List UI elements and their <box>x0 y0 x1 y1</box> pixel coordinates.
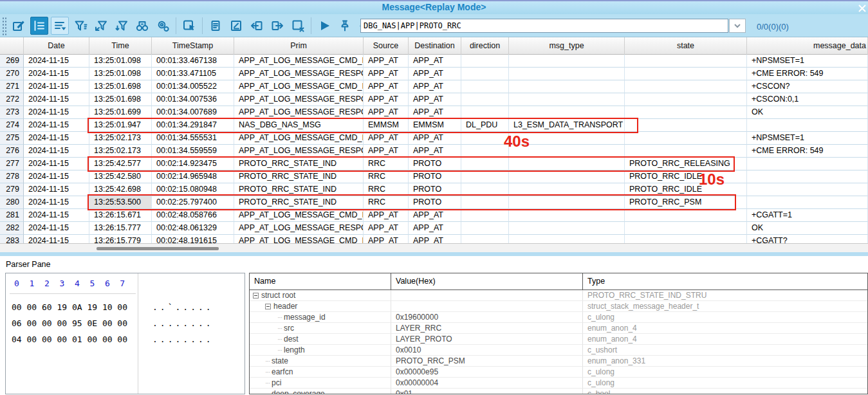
grid-cell <box>625 209 747 222</box>
table-row[interactable]: 2752024-11-1513:25:02.17300:01:34.555531… <box>0 132 868 145</box>
collapse-expander-icon[interactable] <box>253 293 259 299</box>
horizontal-scrollbar-thumb[interactable] <box>97 247 219 250</box>
table-row[interactable]: 2812024-11-1513:26:15.67100:02:48.058766… <box>0 209 868 222</box>
filter-collapse-icon[interactable] <box>92 17 110 35</box>
grid-cell <box>509 196 625 209</box>
indent-list-icon[interactable] <box>30 17 48 35</box>
message-table: DateTimeTimeStampPrimSourceDestinationdi… <box>0 37 868 243</box>
grid-cell: 271 <box>0 80 24 93</box>
column-header[interactable]: msg_type <box>509 37 625 55</box>
filter-icon[interactable] <box>71 17 89 35</box>
tree-row[interactable]: ···pci0x00000004c_ulong <box>250 378 867 389</box>
grid-cell: 276 <box>0 145 24 158</box>
column-header[interactable]: Prim <box>234 37 364 55</box>
filter-input[interactable] <box>360 19 728 33</box>
hex-dump-panel[interactable]: 0 1 2 3 4 5 6 7 00 00 60 19 0A 19 10 00 … <box>5 273 245 394</box>
tree-column-header[interactable]: Name <box>250 273 391 289</box>
parser-pane: Parser Pane 0 1 2 3 4 5 6 7 00 00 60 19 … <box>0 256 868 395</box>
tree-row[interactable]: ···message_id0x19600000c_ulong <box>250 312 867 323</box>
select-region-icon[interactable] <box>180 17 198 35</box>
grid-cell: OK <box>747 222 868 235</box>
grid-cell: PROTO_RRC_IDLE <box>625 183 747 196</box>
table-row[interactable]: 2722024-11-1513:25:01.69800:01:34.007536… <box>0 93 868 106</box>
table-row[interactable]: 2762024-11-1513:25:02.17300:01:34.559559… <box>0 145 868 158</box>
play-icon[interactable] <box>315 17 333 35</box>
find-icon[interactable] <box>133 17 151 35</box>
grid-cell: 00:02:48.191615 <box>152 235 234 243</box>
column-header[interactable]: direction <box>461 37 509 55</box>
tree-row[interactable]: ···earfcn0x00000e95c_ulong <box>250 367 867 378</box>
table-row[interactable]: 2772024-11-1513:25:42.57700:02:14.923475… <box>0 158 868 170</box>
grid-cell <box>509 93 625 106</box>
tree-row[interactable]: ···srcLAYER_RRCenum_anon_4 <box>250 323 867 334</box>
clear-selection-icon[interactable] <box>289 17 307 35</box>
tree-row[interactable]: headerstruct_stack_message_header_t <box>250 301 867 312</box>
close-icon[interactable] <box>857 3 867 14</box>
grid-cell: +CGATT=1 <box>747 209 868 222</box>
grid-cell: APP_AT <box>409 235 461 243</box>
settings-icon[interactable] <box>154 17 172 35</box>
grid-cell: 2024-11-15 <box>24 80 89 93</box>
grid-cell: PROTO_RRC_RELEASING <box>625 158 747 170</box>
table-row[interactable]: 2712024-11-1513:25:01.69800:01:34.005522… <box>0 80 868 93</box>
filter-apply-icon[interactable] <box>113 17 131 35</box>
grid-cell: 13:25:01.698 <box>89 80 152 93</box>
grid-cell: APP_AT <box>409 209 461 222</box>
grid-header: DateTimeTimeStampPrimSourceDestinationdi… <box>0 37 868 55</box>
step-out-icon[interactable] <box>268 17 286 35</box>
column-header[interactable] <box>0 37 24 55</box>
column-header[interactable]: Date <box>24 37 89 55</box>
tree-cell: ···dest <box>250 334 391 345</box>
table-row[interactable]: 2702024-11-1513:25:01.09800:01:33.471105… <box>0 68 868 80</box>
table-row[interactable]: 2822024-11-1513:26:15.77700:02:48.061329… <box>0 222 868 235</box>
grid-cell: 00:02:48.061329 <box>152 222 234 235</box>
table-row[interactable]: 2802024-11-1513:25:53.50000:02:25.797400… <box>0 196 868 209</box>
tree-column-header[interactable]: Type <box>583 273 867 289</box>
table-row[interactable]: 2782024-11-1513:25:42.58000:02:14.965948… <box>0 170 868 183</box>
collapse-expander-icon[interactable] <box>265 304 271 309</box>
column-header[interactable]: Source <box>364 37 409 55</box>
toolbar-grip-handle[interactable] <box>1 16 6 35</box>
tree-branch-dots: ··· <box>277 347 282 354</box>
step-in-icon[interactable] <box>248 17 266 35</box>
table-row[interactable]: 2692024-11-1513:25:01.09800:01:33.467138… <box>0 55 868 68</box>
grid-cell: 00:01:33.471105 <box>152 68 234 80</box>
tree-row[interactable]: struct rootPROTO_RRC_STATE_IND_STRU <box>250 290 867 301</box>
grid-cell: APP_AT_LOG_MESSAGE_RESPO... <box>234 68 364 80</box>
column-header[interactable]: Time <box>89 37 152 55</box>
tree-column-header[interactable]: Value(Hex) <box>391 273 583 289</box>
note-icon[interactable] <box>227 17 245 35</box>
grid-cell <box>461 93 509 106</box>
column-header[interactable]: message_data <box>747 37 868 55</box>
grid-cell: 2024-11-15 <box>24 170 89 183</box>
pin-icon[interactable] <box>336 17 354 35</box>
edit-icon[interactable] <box>10 17 28 35</box>
column-header[interactable]: Destination <box>409 37 461 55</box>
grid-cell <box>747 158 868 170</box>
tree-row[interactable]: ···length0x0010c_ushort <box>250 345 867 356</box>
grid-cell: APP_AT <box>364 55 409 68</box>
document-icon[interactable] <box>207 17 225 35</box>
table-row[interactable]: 2792024-11-1513:25:42.69800:02:15.080948… <box>0 183 868 196</box>
grid-cell: 00:02:15.080948 <box>152 183 234 196</box>
grid-cell: APP_AT_LOG_MESSAGE_RESPO... <box>234 93 364 106</box>
list-dropdown-icon[interactable] <box>51 17 69 35</box>
grid-cell <box>625 106 747 119</box>
grid-cell: +CME ERROR: 549 <box>747 145 868 158</box>
tree-header: NameValue(Hex)Type <box>250 273 867 290</box>
table-row[interactable]: 2732024-11-1513:25:01.69900:01:34.007689… <box>0 106 868 119</box>
table-row[interactable]: 2742024-11-1513:25:01.94700:01:34.291847… <box>0 119 868 132</box>
tree-row[interactable]: ···statePROTO_RRC_PSMenum_anon_331 <box>250 356 867 367</box>
filter-dropdown-button[interactable] <box>729 19 746 33</box>
tree-row[interactable]: ···deep_coverage0x01c_bool <box>250 389 867 394</box>
grid-cell <box>461 55 509 68</box>
column-header[interactable]: state <box>625 37 747 55</box>
table-row[interactable]: 2832024-11-1513:26:15.77900:02:48.191615… <box>0 235 868 243</box>
grid-cell: PROTO <box>409 158 461 170</box>
tree-row[interactable]: ···destLAYER_PROTOenum_anon_4 <box>250 334 867 345</box>
tree-cell: PROTO_RRC_STATE_IND_STRU <box>583 290 867 301</box>
horizontal-scrollbar[interactable] <box>0 243 868 252</box>
tree-cell: c_bool <box>583 389 867 394</box>
column-header[interactable]: TimeStamp <box>152 37 234 55</box>
grid-cell: 2024-11-15 <box>24 196 89 209</box>
